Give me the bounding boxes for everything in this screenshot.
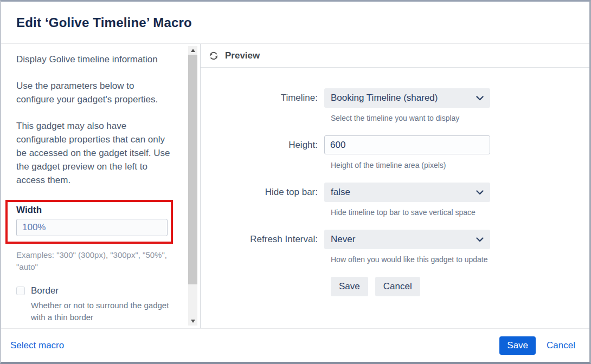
border-help-text: Whether or not to surround the gadget wi… <box>31 300 173 323</box>
macro-parameters-form: Timeline: Booking Timeline (shared) Sele… <box>201 68 589 296</box>
chevron-down-icon <box>476 96 484 101</box>
scrollbar-down-arrow-icon[interactable] <box>188 317 197 326</box>
preview-title: Preview <box>225 50 260 61</box>
chevron-down-icon <box>476 190 484 195</box>
hide-top-bar-help-text: Hide timeline top bar to save vertical s… <box>331 208 589 217</box>
dialog-title: Edit ‘Golive Timeline’ Macro <box>16 15 192 30</box>
preview-save-button[interactable]: Save <box>331 277 368 296</box>
save-button[interactable]: Save <box>499 336 536 355</box>
refresh-interval-select-value: Never <box>331 234 355 245</box>
dialog-titlebar: Edit ‘Golive Timeline’ Macro <box>1 2 589 44</box>
macro-edit-dialog: Edit ‘Golive Timeline’ Macro Display Gol… <box>0 0 591 364</box>
cancel-link[interactable]: Cancel <box>547 340 575 351</box>
border-checkbox[interactable] <box>16 287 25 295</box>
width-field-highlight: Width <box>5 200 173 244</box>
left-panel-scrollbar[interactable] <box>188 46 197 326</box>
timeline-select-value: Booking Timeline (shared) <box>331 93 438 103</box>
refresh-interval-label: Refresh Interval: <box>201 230 324 249</box>
refresh-interval-select[interactable]: Never <box>324 230 490 249</box>
chevron-down-icon <box>476 237 484 242</box>
height-label: Height: <box>201 135 324 155</box>
width-field-label: Width <box>16 203 168 217</box>
timeline-help-text: Select the timeline you want to display <box>331 114 589 122</box>
hide-top-bar-select-value: false <box>331 187 350 198</box>
hide-top-bar-label: Hide top bar: <box>201 183 324 202</box>
parameters-panel: Display Golive timeline information Use … <box>1 44 201 328</box>
height-input[interactable] <box>324 135 490 154</box>
hide-top-bar-select[interactable]: false <box>324 183 490 202</box>
width-examples-hint: Examples: "300" (300px), "300px", "50%",… <box>16 249 173 273</box>
scrollbar-thumb[interactable] <box>188 55 197 284</box>
height-help-text: Height of the timeline area (pixels) <box>331 161 589 170</box>
preview-cancel-button[interactable]: Cancel <box>375 277 420 296</box>
border-checkbox-label: Border <box>31 284 59 297</box>
parameters-instructions: Use the parameters below to configure yo… <box>16 79 173 106</box>
refresh-interval-help-text: How often you would like this gadget to … <box>331 255 589 264</box>
preview-header: Preview <box>201 44 589 68</box>
scrollbar-up-arrow-icon[interactable] <box>188 46 197 55</box>
timeline-select[interactable]: Booking Timeline (shared) <box>324 88 490 108</box>
preview-panel: Preview Timeline: Booking Timeline (shar… <box>201 44 589 328</box>
width-input[interactable] <box>16 219 168 236</box>
select-macro-link[interactable]: Select macro <box>10 340 64 351</box>
dialog-footer: Select macro Save Cancel <box>1 328 589 362</box>
timeline-label: Timeline: <box>201 88 324 108</box>
refresh-icon[interactable] <box>208 50 219 61</box>
gadget-note: This gadget may also have configurable p… <box>16 119 173 187</box>
macro-description: Display Golive timeline information <box>16 53 173 66</box>
